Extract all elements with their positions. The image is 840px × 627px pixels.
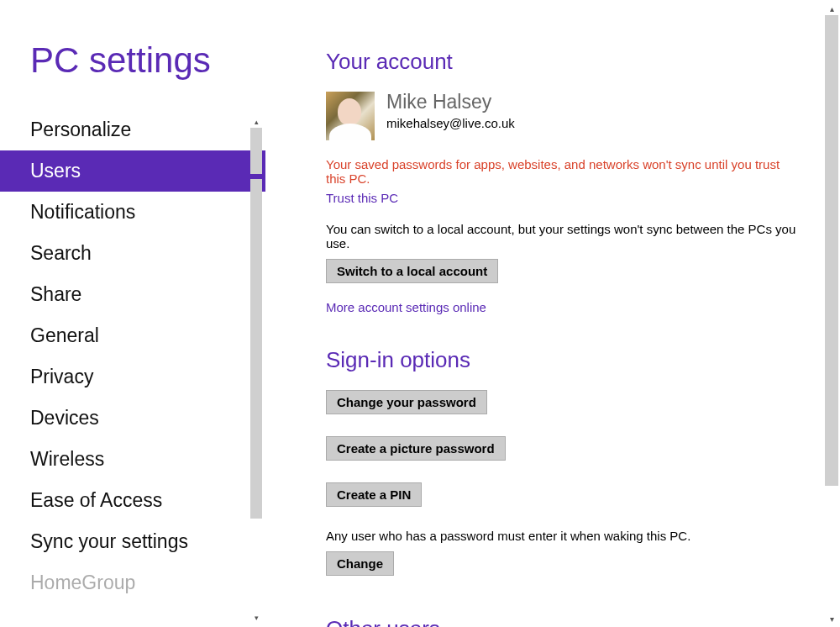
create-picture-password-button[interactable]: Create a picture password bbox=[326, 436, 506, 461]
sidebar-item-sync-your-settings[interactable]: Sync your settings bbox=[0, 521, 265, 562]
chevron-up-icon[interactable]: ▴ bbox=[250, 116, 262, 128]
sidebar-item-search[interactable]: Search bbox=[0, 233, 265, 274]
sidebar-item-share[interactable]: Share bbox=[0, 274, 265, 315]
sidebar: PC settings Personalize Users Notificati… bbox=[0, 0, 265, 627]
account-name: Mike Halsey bbox=[386, 92, 515, 113]
trust-this-pc-link[interactable]: Trust this PC bbox=[326, 191, 398, 205]
section-your-account: Your account Mike Halsey mikehalsey@live… bbox=[326, 49, 798, 315]
other-users-title: Other users bbox=[326, 616, 798, 627]
switch-local-account-button[interactable]: Switch to a local account bbox=[326, 259, 498, 283]
sidebar-scrollbar-accent bbox=[250, 174, 262, 179]
section-other-users: Other users bbox=[326, 616, 798, 627]
wake-info-text: Any user who has a password must enter i… bbox=[326, 529, 798, 543]
sidebar-item-ease-of-access[interactable]: Ease of Access bbox=[0, 480, 265, 521]
chevron-up-icon[interactable]: ▴ bbox=[825, 2, 838, 15]
sidebar-item-devices[interactable]: Devices bbox=[0, 398, 265, 439]
sidebar-item-homegroup[interactable]: HomeGroup bbox=[0, 562, 265, 603]
section-sign-in-options: Sign-in options Change your password Cre… bbox=[326, 347, 798, 593]
sidebar-item-personalize[interactable]: Personalize bbox=[0, 109, 265, 150]
sidebar-scrollbar-thumb[interactable] bbox=[250, 128, 262, 519]
chevron-down-icon[interactable]: ▾ bbox=[825, 612, 838, 625]
main-scrollbar[interactable]: ▴ ▾ bbox=[825, 2, 838, 625]
trust-warning: Your saved passwords for apps, websites,… bbox=[326, 157, 798, 186]
change-wake-setting-button[interactable]: Change bbox=[326, 551, 394, 576]
chevron-down-icon[interactable]: ▾ bbox=[250, 612, 262, 624]
your-account-title: Your account bbox=[326, 49, 798, 75]
switch-info-text: You can switch to a local account, but y… bbox=[326, 222, 798, 250]
account-row: Mike Halsey mikehalsey@live.co.uk bbox=[326, 92, 798, 140]
sidebar-scrollbar[interactable]: ▴ ▾ bbox=[250, 116, 262, 624]
sidebar-item-wireless[interactable]: Wireless bbox=[0, 439, 265, 480]
app-title: PC settings bbox=[0, 0, 265, 109]
create-pin-button[interactable]: Create a PIN bbox=[326, 482, 422, 507]
sign-in-options-title: Sign-in options bbox=[326, 347, 798, 373]
account-email: mikehalsey@live.co.uk bbox=[386, 116, 515, 130]
sidebar-item-general[interactable]: General bbox=[0, 315, 265, 356]
main-scrollbar-thumb[interactable] bbox=[825, 15, 838, 486]
more-account-settings-link[interactable]: More account settings online bbox=[326, 300, 486, 314]
change-password-button[interactable]: Change your password bbox=[326, 390, 487, 414]
sidebar-item-users[interactable]: Users bbox=[0, 150, 265, 192]
main-content: Your account Mike Halsey mikehalsey@live… bbox=[265, 0, 840, 627]
avatar bbox=[326, 92, 375, 140]
nav: Personalize Users Notifications Search S… bbox=[0, 109, 265, 627]
sidebar-item-privacy[interactable]: Privacy bbox=[0, 356, 265, 398]
sidebar-item-notifications[interactable]: Notifications bbox=[0, 192, 265, 233]
